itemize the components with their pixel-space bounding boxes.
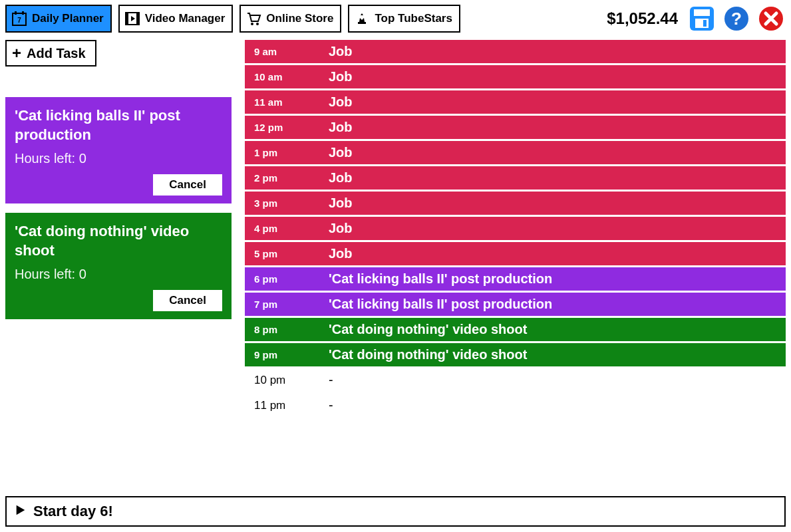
cancel-button[interactable]: Cancel (153, 174, 222, 196)
schedule-slot[interactable]: 12 pmJob (245, 116, 786, 139)
slot-time: 2 pm (254, 172, 329, 184)
start-day-button[interactable]: Start day 6! (5, 496, 786, 527)
schedule-slot[interactable]: 9 pm'Cat doing nothing' video shoot (245, 343, 786, 366)
top-nav: 7 Daily Planner Video Manager Online Sto… (0, 0, 791, 37)
top-right-controls: $1,052.44 ? (607, 4, 786, 33)
slot-label: Job (329, 221, 353, 236)
nav-label: Daily Planner (32, 12, 104, 25)
schedule-slot: 11 pm- (245, 394, 786, 417)
slot-label: Job (329, 120, 353, 135)
save-button[interactable] (687, 4, 716, 33)
add-task-button[interactable]: + Add Task (5, 40, 96, 66)
schedule-slot[interactable]: 4 pmJob (245, 217, 786, 240)
schedule-slot: 10 pm- (245, 368, 786, 392)
schedule-slot[interactable]: 3 pmJob (245, 192, 786, 215)
start-day-label: Start day 6! (33, 503, 113, 520)
schedule-slot[interactable]: 8 pm'Cat doing nothing' video shoot (245, 318, 786, 341)
calendar-icon: 7 (11, 10, 28, 27)
slot-label: - (329, 372, 333, 388)
slot-time: 7 pm (254, 299, 329, 310)
svg-rect-6 (136, 13, 139, 25)
svg-rect-2 (22, 11, 24, 15)
slot-time: 4 pm (254, 223, 329, 234)
svg-rect-1 (15, 11, 17, 15)
task-card-post-production[interactable]: 'Cat licking balls II' post production H… (5, 97, 232, 203)
task-sidebar: + Add Task 'Cat licking balls II' post p… (5, 40, 232, 419)
nav-daily-planner[interactable]: 7 Daily Planner (5, 5, 112, 33)
slot-time: 10 pm (254, 374, 329, 387)
slot-label: Job (329, 94, 353, 110)
slot-time: 10 am (254, 71, 329, 82)
svg-rect-5 (126, 13, 128, 25)
slot-label: 'Cat licking balls II' post production (329, 271, 552, 287)
main-content: + Add Task 'Cat licking balls II' post p… (0, 37, 791, 419)
schedule-slot[interactable]: 2 pmJob (245, 166, 786, 190)
slot-time: 9 am (254, 46, 329, 57)
task-hours-left: Hours left: 0 (15, 267, 222, 282)
svg-marker-7 (131, 16, 135, 21)
cart-icon (245, 10, 262, 27)
slot-label: 'Cat doing nothing' video shoot (329, 322, 527, 337)
nav-label: Video Manager (145, 12, 226, 25)
schedule-slot[interactable]: 11 amJob (245, 90, 786, 114)
balance-display: $1,052.44 (607, 9, 678, 28)
schedule-slot[interactable]: 9 amJob (245, 40, 786, 63)
svg-text:?: ? (731, 9, 742, 29)
add-task-label: Add Task (27, 46, 86, 61)
nav-online-store[interactable]: Online Store (239, 5, 341, 33)
slot-time: 9 pm (254, 349, 329, 360)
task-card-video-shoot[interactable]: 'Cat doing nothing' video shoot Hours le… (5, 213, 232, 319)
help-button[interactable]: ? (722, 4, 751, 33)
nav-label: Online Store (266, 12, 333, 25)
svg-point-9 (256, 23, 259, 25)
svg-marker-17 (17, 505, 25, 515)
schedule-slot[interactable]: 5 pmJob (245, 242, 786, 265)
nav-label: Top TubeStars (375, 12, 452, 25)
task-title: 'Cat doing nothing' video shoot (15, 222, 222, 260)
slot-label: Job (329, 69, 353, 84)
svg-point-8 (251, 23, 253, 25)
plus-icon: + (12, 45, 21, 61)
slot-label: Job (329, 246, 353, 261)
close-button[interactable] (756, 4, 786, 33)
slot-time: 11 pm (254, 399, 329, 412)
slot-time: 8 pm (254, 324, 329, 335)
schedule-slot[interactable]: 6 pm'Cat licking balls II' post producti… (245, 267, 786, 291)
schedule-slot[interactable]: 1 pmJob (245, 141, 786, 164)
svg-text:7: 7 (17, 17, 21, 24)
task-hours-left: Hours left: 0 (15, 151, 222, 166)
cancel-button[interactable]: Cancel (153, 290, 222, 311)
slot-label: Job (329, 196, 353, 211)
slot-time: 6 pm (254, 273, 329, 285)
slot-time: 5 pm (254, 248, 329, 259)
film-icon (124, 10, 141, 27)
slot-label: - (329, 398, 333, 413)
slot-label: Job (329, 44, 353, 59)
svg-rect-11 (694, 9, 710, 16)
king-icon (353, 10, 371, 27)
nav-top-tubestars[interactable]: Top TubeStars (348, 5, 460, 33)
slot-label: 'Cat doing nothing' video shoot (329, 347, 527, 362)
svg-rect-13 (703, 20, 707, 27)
nav-video-manager[interactable]: Video Manager (118, 5, 234, 33)
schedule-slot[interactable]: 10 amJob (245, 65, 786, 88)
slot-time: 12 pm (254, 122, 329, 133)
schedule-slot[interactable]: 7 pm'Cat licking balls II' post producti… (245, 293, 786, 316)
slot-label: Job (329, 145, 353, 160)
slot-time: 11 am (254, 96, 329, 108)
slot-label: Job (329, 170, 353, 186)
slot-time: 3 pm (254, 198, 329, 209)
slot-label: 'Cat licking balls II' post production (329, 297, 552, 312)
play-icon (15, 503, 27, 520)
schedule-column: 9 amJob10 amJob11 amJob12 pmJob1 pmJob2 … (245, 40, 786, 419)
slot-time: 1 pm (254, 147, 329, 158)
task-title: 'Cat licking balls II' post production (15, 106, 222, 144)
